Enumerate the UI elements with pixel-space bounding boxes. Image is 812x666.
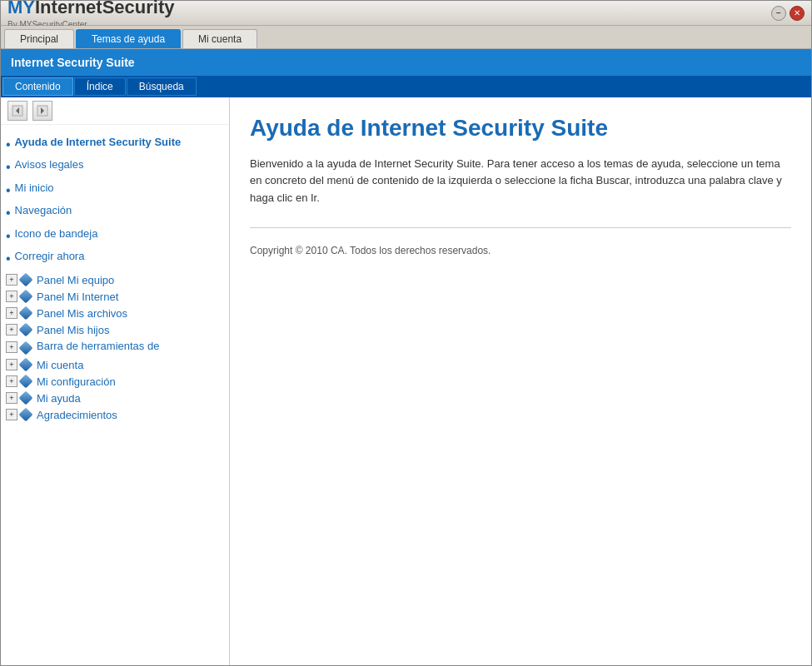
sidebar-back-button[interactable] [7,101,27,121]
bullet-icon: • [6,158,11,176]
sidebar-toolbar [1,97,229,125]
sidebar-item-label: Avisos legales [15,157,84,172]
sidebar-item-label: Mi inicio [15,181,54,196]
bullet-icon: • [6,181,11,200]
sidebar-item-label: Barra de herramientas de [37,340,159,352]
list-item[interactable]: + Mi configuración [6,373,224,390]
svg-rect-12 [19,408,32,421]
main-tabs: Principal Temas de ayuda Mi cuenta [1,26,811,49]
gem-svg-icon [19,391,32,405]
window-controls: − ✕ [771,6,805,21]
sidebar-item-label: Agradecimientos [37,409,117,421]
list-item[interactable]: • Navegación [6,201,224,224]
subtab-busqueda[interactable]: Búsqueda [127,77,197,96]
svg-rect-7 [19,323,32,336]
app-window: MYInternetSecurity By MYSecurityCenter −… [0,0,812,666]
sidebar: • Ayuda de Internet Security Suite • Avi… [1,97,229,665]
folder-gem-icon [19,341,32,355]
sidebar-item-label: Panel Mi Internet [37,291,118,303]
gem-svg-icon [19,341,32,355]
list-item[interactable]: • Icono de bandeja [6,225,224,247]
content-area: Ayuda de Internet Security Suite Bienven… [230,97,811,665]
gem-svg-icon [19,358,32,371]
sidebar-item-label: Mi cuenta [37,359,83,371]
folder-gem-icon [19,391,32,405]
bullet-icon: • [6,250,11,268]
list-item[interactable]: + Mi ayuda [6,390,224,406]
gem-svg-icon [19,306,32,320]
bullet-icon: • [6,227,11,246]
list-item[interactable]: + Agradecimientos [6,406,224,423]
expand-icon[interactable]: + [6,392,17,404]
expand-icon[interactable]: + [6,291,17,302]
sidebar-item-label: Mi configuración [37,375,116,388]
list-item[interactable]: + Mi cuenta [6,356,224,373]
list-item[interactable]: + Barra de herramientas de [6,338,224,356]
svg-rect-5 [19,290,32,303]
sidebar-container: • Ayuda de Internet Security Suite • Avi… [1,97,230,665]
tab-mi-cuenta[interactable]: Mi cuenta [182,29,257,48]
logo-rest: InternetSecurity [35,0,175,17]
close-button[interactable]: ✕ [790,6,805,21]
gem-svg-icon [19,290,32,303]
sidebar-item-label: Mi ayuda [37,392,81,405]
expand-icon[interactable]: + [6,375,17,387]
sidebar-item-label: Panel Mis hijos [37,324,109,336]
folder-gem-icon [19,273,32,286]
gem-svg-icon [19,375,32,388]
gem-svg-icon [19,408,32,421]
folder-gem-icon [19,358,32,371]
expand-icon[interactable]: + [6,409,17,420]
section-banner: Internet Security Suite [1,49,811,76]
svg-rect-6 [19,306,32,320]
expand-icon[interactable]: + [6,274,17,286]
sidebar-item-label: Panel Mi equipo [37,274,114,286]
sidebar-forward-button[interactable] [32,101,52,121]
content-subtabs: Contenido Índice Búsqueda [1,76,811,97]
list-item[interactable]: + Panel Mi Internet [6,288,224,305]
list-item[interactable]: + Panel Mis archivos [6,305,224,321]
back-icon [12,105,23,117]
content-title: Ayuda de Internet Security Suite [250,114,791,142]
main-area: • Ayuda de Internet Security Suite • Avi… [1,97,811,665]
subtab-contenido[interactable]: Contenido [2,77,73,96]
list-item[interactable]: • Ayuda de Internet Security Suite [6,133,224,156]
svg-rect-11 [19,391,32,405]
tab-temas-ayuda[interactable]: Temas de ayuda [76,29,181,48]
forward-icon [37,105,48,117]
logo-my: MY [7,0,35,17]
banner-title: Internet Security Suite [11,56,135,69]
gem-svg-icon [19,323,32,336]
tab-principal[interactable]: Principal [4,29,74,48]
subtab-indice[interactable]: Índice [74,77,126,96]
svg-rect-10 [19,375,32,388]
bullet-icon: • [6,136,11,154]
gem-svg-icon [19,273,32,286]
list-item[interactable]: • Corregir ahora [6,247,224,270]
expand-icon[interactable]: + [6,359,17,370]
svg-rect-4 [19,273,32,286]
minimize-button[interactable]: − [771,6,786,21]
content-body: Bienvenido a la ayuda de Internet Securi… [250,156,791,207]
app-logo: MYInternetSecurity [7,0,175,18]
folder-gem-icon [19,408,32,421]
svg-rect-8 [19,341,32,355]
folder-gem-icon [19,290,32,303]
list-item[interactable]: • Avisos legales [6,156,224,178]
expand-icon[interactable]: + [6,341,17,353]
list-item[interactable]: • Mi inicio [6,179,224,201]
sidebar-item-label: Corregir ahora [15,249,85,264]
svg-rect-9 [19,358,32,371]
list-item[interactable]: + Panel Mis hijos [6,321,224,338]
folder-gem-icon [19,375,32,388]
list-item[interactable]: + Panel Mi equipo [6,271,224,288]
sidebar-item-label: Icono de bandeja [15,226,98,241]
sidebar-tree: • Ayuda de Internet Security Suite • Avi… [1,132,229,425]
content-copyright: Copyright © 2010 CA. Todos los derechos … [250,245,791,256]
expand-icon[interactable]: + [6,324,17,335]
sidebar-item-label: Panel Mis archivos [37,307,127,320]
sidebar-item-label: Ayuda de Internet Security Suite [15,135,182,150]
expand-icon[interactable]: + [6,307,17,319]
sidebar-item-label: Navegación [15,203,72,218]
content-divider [250,227,791,228]
